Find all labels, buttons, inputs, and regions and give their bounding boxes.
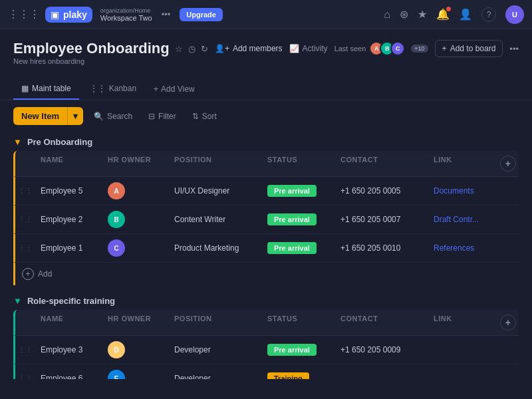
add-row-icon: +	[22, 268, 34, 280]
tab-kanban-label: Kanban	[109, 84, 136, 93]
col-status-2: Status	[262, 310, 335, 335]
drag-handle[interactable]: ⋮⋮	[15, 210, 35, 229]
col-position: Position	[169, 151, 262, 176]
status-cell: Pre arrival	[262, 180, 335, 202]
link-cell[interactable]: Draft Contr...	[428, 209, 495, 229]
position-cell: Developer	[169, 368, 262, 379]
table-body-pre-onboarding: ⋮⋮ Employee 5 A UI/UX Designer Pre arriv…	[13, 177, 519, 263]
star-title-icon[interactable]: ☆	[175, 44, 183, 54]
new-item-button[interactable]: New Item ▾	[13, 107, 83, 125]
col-add-2[interactable]: +	[495, 310, 519, 335]
employee-name: Employee 1	[35, 238, 102, 258]
logo-text: plaky	[63, 9, 87, 20]
sort-icon: ⇅	[192, 112, 199, 121]
col-add[interactable]: +	[495, 151, 519, 176]
help-icon[interactable]: ?	[481, 7, 496, 22]
link-anchor[interactable]: References	[434, 243, 474, 253]
table-header-pre-onboarding: Name HR Owner Position Status Contact Li…	[13, 151, 519, 177]
status-badge: Training	[267, 372, 309, 379]
group-pre-onboarding: ▼ Pre Onboarding Name HR Owner Position …	[13, 132, 519, 285]
add-view-button[interactable]: + Add View	[147, 79, 201, 99]
group-role-specific-header[interactable]: ▼ Role-specific training	[13, 291, 519, 310]
owner-avatar: E	[108, 370, 125, 379]
extra-cell	[495, 373, 519, 379]
employee-name: Employee 2	[35, 209, 102, 229]
page-header: Employee Onboarding ☆ ◷ ↻ 👤+ Add members…	[0, 29, 532, 78]
add-row-button[interactable]: + Add	[13, 263, 519, 285]
sort-label: Sort	[202, 112, 217, 121]
add-column-icon[interactable]: +	[500, 156, 516, 172]
refresh-icon[interactable]: ↻	[201, 44, 208, 54]
filter-icon: ⊟	[148, 112, 155, 121]
hr-owner-cell: D	[102, 336, 169, 364]
nav-more-icon[interactable]: •••	[158, 8, 175, 21]
drag-handle[interactable]: ⋮⋮	[15, 239, 35, 258]
grid-icon[interactable]: ⋮⋮⋮	[8, 8, 40, 21]
add-row-label: Add	[38, 269, 52, 279]
sort-button[interactable]: ⇅ Sort	[187, 108, 222, 124]
drag-handle[interactable]: ⋮⋮	[15, 369, 35, 380]
owner-avatar: D	[108, 341, 125, 358]
table-header-role-specific: Name HR Owner Position Status Contact Li…	[13, 310, 519, 336]
tab-kanban[interactable]: ⋮⋮ Kanban	[82, 78, 144, 100]
drag-handle[interactable]: ⋮⋮	[15, 340, 35, 360]
tab-maint-label: Maint table	[32, 84, 71, 93]
link-anchor[interactable]: Documents	[434, 186, 474, 196]
position-cell: Product Marketing	[169, 238, 262, 258]
contact-cell: +1 650 205 0005	[335, 181, 428, 201]
tab-maint-table[interactable]: ▦ Maint table	[13, 78, 79, 100]
group-pre-onboarding-header[interactable]: ▼ Pre Onboarding	[13, 132, 519, 151]
link-anchor[interactable]: Draft Contr...	[434, 215, 479, 224]
toolbar: New Item ▾ 🔍 Search ⊟ Filter ⇅ Sort	[0, 100, 532, 132]
col-link-2: Link	[428, 310, 495, 335]
group-role-specific-title: Role-specific training	[27, 296, 115, 306]
upgrade-button[interactable]: Upgrade	[180, 8, 223, 21]
status-badge: Pre arrival	[267, 185, 317, 197]
status-cell: Pre arrival	[262, 338, 335, 361]
seen-avatar-3: C	[390, 41, 405, 56]
link-cell[interactable]: References	[428, 238, 495, 258]
add-members-label: Add members	[233, 44, 283, 53]
col-position-2: Position	[169, 310, 262, 335]
more-options-icon[interactable]: •••	[509, 44, 519, 54]
status-badge: Pre arrival	[267, 213, 317, 225]
add-members-button[interactable]: 👤+ Add members	[215, 44, 283, 53]
position-cell: Developer	[169, 340, 262, 360]
col-link: Link	[428, 151, 495, 176]
page-title-icons: ☆ ◷ ↻	[175, 44, 208, 54]
col-name-2: Name	[35, 310, 102, 335]
last-seen-area: Last seen A B C +10	[334, 41, 428, 56]
star-icon[interactable]: ★	[418, 8, 427, 21]
people-icon[interactable]: 👤	[459, 8, 472, 21]
col-drag-handle	[15, 151, 35, 176]
drag-handle[interactable]: ⋮⋮	[15, 182, 35, 201]
table-body-role-specific: ⋮⋮ Employee 3 D Developer Pre arrival +1…	[13, 336, 519, 379]
search-button[interactable]: 🔍 Search	[88, 108, 138, 124]
link-cell[interactable]: Documents	[428, 181, 495, 201]
filter-button[interactable]: ⊟ Filter	[143, 108, 182, 124]
add-to-board-button[interactable]: + Add to board	[435, 40, 503, 57]
seen-count: +10	[411, 45, 428, 53]
activity-button[interactable]: 📈 Activity	[289, 44, 328, 53]
bell-icon[interactable]: 🔔	[436, 8, 450, 21]
top-nav: ⋮⋮⋮ ▣ plaky organization/Home Workspace …	[0, 0, 532, 29]
home-icon[interactable]: ⌂	[384, 9, 390, 21]
user-avatar[interactable]: U	[505, 5, 524, 24]
employee-name: Employee 6	[35, 368, 102, 379]
gift-icon[interactable]: ⊛	[400, 8, 408, 21]
logo[interactable]: ▣ plaky	[45, 7, 92, 23]
owner-avatar: B	[108, 211, 125, 228]
search-icon: 🔍	[94, 112, 104, 121]
col-hr-owner-2: HR Owner	[102, 310, 169, 335]
status-badge: Pre arrival	[267, 344, 317, 356]
add-column-icon-2[interactable]: +	[500, 315, 516, 331]
page-subtitle: New hires onboarding	[13, 57, 519, 65]
owner-avatar: A	[108, 182, 125, 200]
last-seen-label: Last seen	[334, 45, 366, 53]
clock-icon[interactable]: ◷	[188, 44, 196, 54]
status-cell: Pre arrival	[262, 237, 335, 259]
new-item-dropdown-icon[interactable]: ▾	[67, 107, 83, 125]
group-chevron-icon: ▼	[13, 137, 22, 147]
add-members-icon: 👤+	[215, 44, 229, 53]
status-cell: Pre arrival	[262, 208, 335, 231]
